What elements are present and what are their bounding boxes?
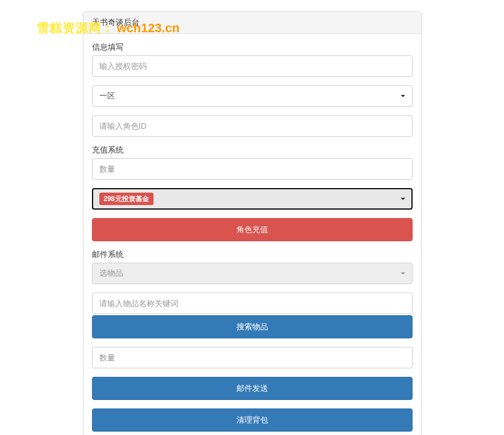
info-section-label: 信息填写 <box>92 42 413 53</box>
mail-item-select-placeholder: 选物品 <box>99 268 123 279</box>
recharge-product-group: 298元投资基金 <box>92 188 413 210</box>
admin-panel: 天书奇谈后台 信息填写 一区 充值系统 298元投 <box>83 11 422 435</box>
mail-item-select-group: 邮件系统 选物品 <box>92 250 413 284</box>
clear-bag-group: 清理背包 <box>92 408 413 432</box>
mail-section-label: 邮件系统 <box>92 250 413 260</box>
mail-quantity-group <box>92 347 413 368</box>
caret-down-icon <box>401 272 405 275</box>
recharge-product-badge: 298元投资基金 <box>99 193 154 205</box>
recharge-quantity-group: 充值系统 <box>92 145 413 180</box>
clear-bag-button[interactable]: 清理背包 <box>92 408 413 432</box>
role-id-input[interactable] <box>92 115 413 137</box>
mail-send-button[interactable]: 邮件发送 <box>92 377 413 400</box>
auth-password-input[interactable] <box>92 55 413 77</box>
mail-search-group: 搜索物品 <box>92 293 413 338</box>
zone-select-group: 一区 <box>92 85 413 107</box>
role-id-group <box>92 115 413 137</box>
mail-item-select: 选物品 <box>92 263 413 284</box>
zone-select-value: 一区 <box>99 91 115 101</box>
search-item-button[interactable]: 搜索物品 <box>92 315 413 338</box>
mail-quantity-input[interactable] <box>92 347 413 368</box>
caret-down-icon <box>401 198 405 200</box>
caret-down-icon <box>401 95 405 97</box>
info-password-group: 信息填写 <box>92 42 413 77</box>
panel-body: 信息填写 一区 充值系统 298元投资基金 <box>84 34 421 435</box>
item-search-input[interactable] <box>92 293 413 314</box>
mail-send-group: 邮件发送 <box>92 377 413 400</box>
recharge-button[interactable]: 角色充值 <box>92 218 413 241</box>
recharge-button-group: 角色充值 <box>92 218 413 241</box>
zone-select[interactable]: 一区 <box>92 85 413 107</box>
recharge-section-label: 充值系统 <box>92 145 413 155</box>
panel-title: 天书奇谈后台 <box>84 12 421 34</box>
recharge-product-select[interactable]: 298元投资基金 <box>92 188 413 210</box>
recharge-quantity-input[interactable] <box>92 158 413 180</box>
